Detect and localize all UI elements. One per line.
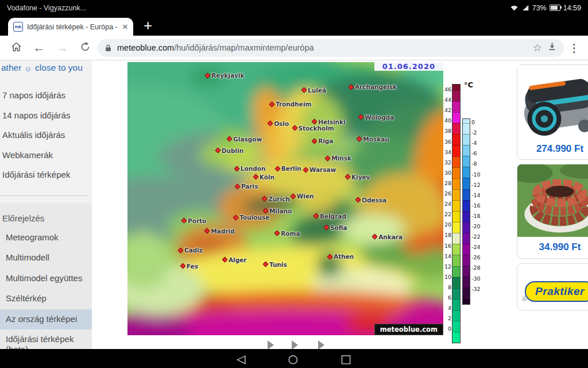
- city-marker: Moskau: [357, 136, 389, 143]
- city-label: Wien: [297, 193, 314, 200]
- legend-tick-label: 18: [443, 232, 451, 238]
- sidebar-item[interactable]: 7 napos időjárás: [1, 86, 91, 106]
- url-bar[interactable]: meteoblue.com/hu/időjárás/map/maxmintemp…: [98, 39, 564, 57]
- city-label: Toulouse: [239, 214, 269, 221]
- legend-tick-label: 42: [443, 108, 451, 113]
- legend-tick-label: -8: [471, 161, 479, 167]
- android-recents-button[interactable]: □: [341, 353, 351, 365]
- legend-tick-label: -22: [471, 234, 479, 240]
- city-label: Paris: [241, 183, 258, 190]
- download-icon[interactable]: [547, 41, 557, 54]
- city-dot-icon: [262, 262, 268, 267]
- city-marker: Berlin: [276, 165, 301, 172]
- city-label: Alger: [229, 256, 247, 263]
- sidebar-item[interactable]: Multimodel együttes: [0, 269, 92, 289]
- city-label: Roma: [281, 230, 300, 237]
- city-dot-icon: [180, 263, 185, 269]
- city-dot-icon: [303, 167, 308, 172]
- city-label: Tunis: [269, 261, 287, 268]
- city-marker: Wien: [291, 193, 314, 200]
- sidebar-item[interactable]: Webkamerák: [1, 145, 91, 166]
- sidebar-item[interactable]: Időjárási térképek (beta): [0, 329, 92, 349]
- ad-card-mower[interactable]: 274.990 Ft: [517, 64, 588, 160]
- ad-card-firepit[interactable]: 34.990 Ft: [517, 164, 588, 259]
- sidebar-item[interactable]: Az ország térképei: [0, 309, 92, 329]
- android-nav-bar: ◁ ○ □: [0, 349, 588, 368]
- reload-button[interactable]: [74, 41, 96, 54]
- sidebar-item[interactable]: 14 napos időjárás: [1, 106, 91, 126]
- city-label: Madrid: [211, 228, 234, 235]
- city-marker: Archangelsk: [349, 83, 397, 90]
- sidebar-tagline-link[interactable]: ather ☼ close to you: [1, 63, 83, 73]
- city-label: Odessa: [362, 197, 386, 204]
- legend-tick-label: 34: [443, 150, 451, 155]
- ads-column: 274.990 Ft 34.990 Ft Praktiker: [514, 60, 588, 349]
- city-marker: Sofia: [324, 224, 347, 231]
- sidebar-item[interactable]: Széltérkép: [0, 289, 92, 309]
- sidebar-item[interactable]: Multimodell: [0, 248, 92, 268]
- map-play-button[interactable]: [268, 340, 274, 349]
- legend-tick-label: -30: [471, 276, 479, 282]
- city-label: Kiyev: [351, 174, 370, 181]
- city-dot-icon: [215, 148, 220, 154]
- android-home-button[interactable]: ○: [288, 353, 298, 365]
- back-button[interactable]: ←: [28, 42, 51, 53]
- ad-price: 34.990 Ft: [517, 241, 588, 253]
- city-label: Trondheim: [276, 101, 312, 108]
- sidebar-section-title: Előrejelzés: [0, 208, 92, 228]
- city-marker: Oslo: [268, 120, 289, 127]
- legend-color-bar: [462, 118, 470, 305]
- legend-unit: °C: [464, 80, 473, 89]
- home-button[interactable]: [5, 41, 28, 55]
- browser-tab[interactable]: mb Időjárási térképek - Európa - m ×: [8, 18, 133, 36]
- city-marker: Belgrad: [314, 213, 346, 220]
- ad-menu-icon[interactable]: ≡: [522, 293, 527, 303]
- meteoblue-watermark: meteoblue.com: [374, 324, 443, 335]
- browser-menu-icon[interactable]: ⋮: [565, 41, 583, 55]
- map-fast-forward-button[interactable]: [318, 340, 324, 349]
- lock-icon: [105, 44, 112, 52]
- screen: Vodafone - Vigyazzunk... 73% 14:59 mb Id…: [0, 0, 588, 368]
- legend-tick-label: 4: [443, 305, 451, 311]
- page-content: ather ☼ close to you 7 napos időjárás14 …: [0, 60, 588, 349]
- ad-price: 274.990 Ft: [517, 143, 588, 155]
- tab-close-icon[interactable]: ×: [122, 22, 128, 32]
- city-dot-icon: [372, 234, 378, 240]
- legend-tick-label: 10: [443, 274, 451, 280]
- map-forward-button[interactable]: [292, 340, 298, 349]
- city-label: Ankara: [378, 233, 403, 240]
- legend-tick-label: 44: [443, 97, 451, 103]
- sidebar-item[interactable]: Aktuális időjárás: [1, 125, 91, 145]
- city-label: Moskau: [363, 136, 389, 143]
- new-tab-button[interactable]: +: [139, 16, 157, 36]
- city-marker: Köln: [254, 174, 274, 181]
- legend-tick-label: 26: [443, 191, 451, 197]
- city-label: Glasgow: [233, 136, 262, 143]
- city-label: Wologda: [365, 114, 394, 121]
- bookmark-star-icon[interactable]: ☆: [533, 41, 542, 54]
- sidebar-item[interactable]: Meteogramok: [0, 228, 92, 248]
- android-back-button[interactable]: ◁: [237, 353, 245, 365]
- city-dot-icon: [355, 197, 361, 203]
- sidebar-forecast-list: MeteogramokMultimodellMultimodel együtte…: [0, 228, 92, 349]
- city-label: Zürich: [268, 195, 290, 202]
- city-dot-icon: [292, 125, 297, 131]
- sidebar-item[interactable]: Időjárási térképek: [1, 165, 91, 185]
- legend-tick-label: 46: [443, 87, 451, 93]
- forward-button[interactable]: →: [51, 42, 74, 53]
- legend-tick-label: -6: [471, 151, 479, 156]
- weather-map[interactable]: ReykjavikLuleåArchangelskTrondheimWologd…: [127, 62, 443, 335]
- city-marker: Zürich: [262, 195, 290, 202]
- city-marker: Milano: [264, 208, 292, 214]
- city-dot-icon: [312, 138, 318, 144]
- city-marker: Paris: [235, 183, 258, 190]
- city-dot-icon: [345, 174, 350, 180]
- city-label: London: [241, 165, 266, 172]
- ad-card-praktiker[interactable]: Praktiker ≡: [517, 263, 588, 310]
- city-dot-icon: [234, 183, 240, 189]
- city-marker: Glasgow: [227, 136, 262, 143]
- home-icon: [10, 41, 22, 53]
- city-dot-icon: [274, 231, 280, 236]
- carrier-notification-text: Vodafone - Vigyazzunk...: [7, 4, 86, 12]
- legend-tick-label: 36: [443, 139, 451, 145]
